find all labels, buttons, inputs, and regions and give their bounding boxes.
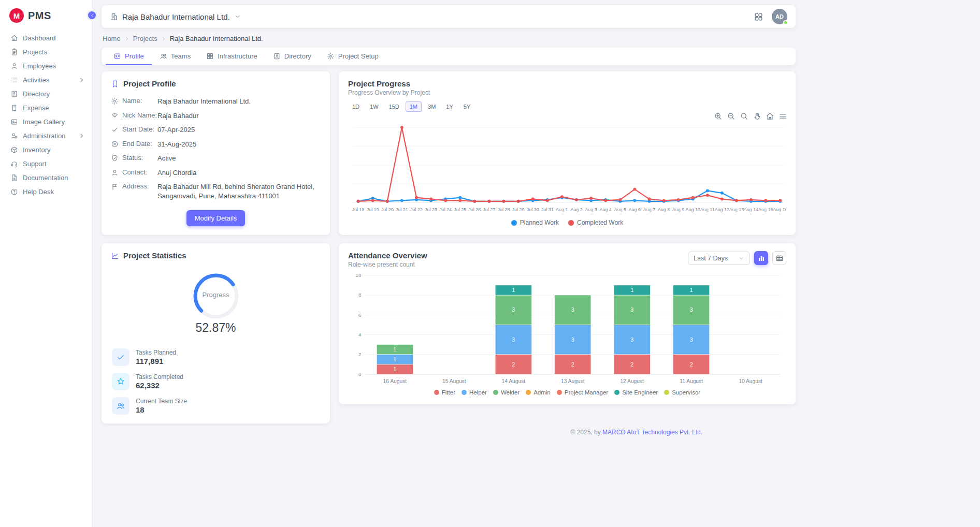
tab-profile[interactable]: Profile xyxy=(106,48,152,65)
sidebar-item-directory[interactable]: Directory xyxy=(0,87,92,101)
svg-text:Aug 6: Aug 6 xyxy=(629,207,641,212)
chevron-right-icon xyxy=(124,36,130,42)
sidebar-item-activities[interactable]: Activities xyxy=(0,73,92,87)
svg-text:Jul 20: Jul 20 xyxy=(381,207,394,212)
table-view-toggle[interactable] xyxy=(772,251,786,265)
stat-team-size: Current Team Size 18 xyxy=(112,397,321,415)
sidebar-item-employees[interactable]: Employees xyxy=(0,59,92,73)
modify-details-button[interactable]: Modify Details xyxy=(186,210,246,226)
date-range-select[interactable]: Last 7 Days xyxy=(688,252,750,265)
range-5y[interactable]: 5Y xyxy=(459,101,474,112)
profile-field-address: Address: Raja Bahadur Mill Rd, behind Sh… xyxy=(111,180,321,203)
sidebar-item-label: Employees xyxy=(23,62,85,70)
svg-text:14 August: 14 August xyxy=(502,378,526,384)
zoom-out-icon[interactable] xyxy=(727,112,736,121)
tab-label: Directory xyxy=(284,52,311,60)
legend-item[interactable]: Project Manager xyxy=(557,389,608,396)
project-progress-chart[interactable]: Jul 18Jul 19Jul 20Jul 21Jul 22Jul 23Jul … xyxy=(348,114,786,217)
sidebar-item-support[interactable]: Support xyxy=(0,157,92,171)
card-title: Project Statistics xyxy=(123,251,186,260)
svg-text:Jul 21: Jul 21 xyxy=(396,207,408,212)
brand-logo-icon[interactable]: M xyxy=(9,8,24,23)
sidebar-item-image-gallery[interactable]: Image Gallery xyxy=(0,115,92,129)
legend-item[interactable]: Welder xyxy=(493,389,520,396)
line-chart-legend: Planned WorkCompleted Work xyxy=(348,219,786,226)
legend-item[interactable]: Site Engineer xyxy=(614,389,658,396)
reset-zoom-icon[interactable] xyxy=(766,112,774,121)
chevron-right-icon xyxy=(78,76,85,84)
address-book-icon xyxy=(10,90,18,98)
legend-item[interactable]: Fitter xyxy=(434,389,455,396)
card-title: Attendance Overview xyxy=(348,251,427,260)
attendance-chart[interactable]: 024681011116 August15 August233114 Augus… xyxy=(348,270,786,387)
sidebar-item-administration[interactable]: Administration xyxy=(0,129,92,143)
sidebar-item-inventory[interactable]: Inventory xyxy=(0,143,92,157)
sidebar-item-documentation[interactable]: Documentation xyxy=(0,171,92,185)
breadcrumb-home[interactable]: Home xyxy=(103,35,121,42)
image-icon xyxy=(10,118,18,126)
sidebar-item-help-desk[interactable]: Help Desk xyxy=(0,185,92,199)
footer-company-link[interactable]: MARCO AIoT Technologies Pvt. Ltd. xyxy=(602,429,702,436)
pan-icon[interactable] xyxy=(753,112,761,121)
legend-item[interactable]: Helper xyxy=(462,389,487,396)
range-3m[interactable]: 3M xyxy=(424,101,440,112)
tab-directory[interactable]: Directory xyxy=(265,48,319,65)
breadcrumb-projects[interactable]: Projects xyxy=(133,35,157,42)
chart-menu-icon[interactable] xyxy=(779,112,787,121)
svg-text:16 August: 16 August xyxy=(383,378,407,384)
sidebar-item-dashboard[interactable]: Dashboard xyxy=(0,31,92,45)
sidebar-collapse-button[interactable] xyxy=(87,10,97,21)
gauge-label: Progress xyxy=(187,291,245,299)
address-book-icon xyxy=(273,52,281,60)
receipt-icon xyxy=(10,104,18,112)
svg-text:0: 0 xyxy=(358,371,362,377)
svg-text:Aug 9: Aug 9 xyxy=(672,207,684,212)
avatar[interactable]: AD xyxy=(772,9,787,24)
project-statistics-card: Project Statistics Progress 52.87% Tasks… xyxy=(102,243,330,423)
sidebar-item-projects[interactable]: Projects xyxy=(0,45,92,59)
svg-text:Jul 28: Jul 28 xyxy=(497,207,510,212)
avatar-initials: AD xyxy=(775,13,784,20)
selection-zoom-icon[interactable] xyxy=(740,112,748,121)
svg-text:Aug 2: Aug 2 xyxy=(570,207,582,212)
legend-item[interactable]: Completed Work xyxy=(568,219,623,226)
svg-text:3: 3 xyxy=(690,306,693,313)
svg-text:Aug 16: Aug 16 xyxy=(773,207,786,212)
sidebar-item-expense[interactable]: Expense xyxy=(0,101,92,115)
company-selector[interactable]: Raja Bahadur International Ltd. xyxy=(122,12,230,21)
tab-teams[interactable]: Teams xyxy=(152,48,198,65)
svg-text:Aug 8: Aug 8 xyxy=(658,207,670,212)
building-icon xyxy=(110,12,118,21)
circle-x-icon xyxy=(111,140,119,148)
legend-item[interactable]: Supervisor xyxy=(664,389,700,396)
range-15d[interactable]: 15D xyxy=(385,101,403,112)
brand-name: PMS xyxy=(28,10,51,22)
range-1y[interactable]: 1Y xyxy=(442,101,457,112)
sidebar-item-label: Dashboard xyxy=(23,34,85,42)
svg-text:Jul 22: Jul 22 xyxy=(410,207,423,212)
apps-grid-icon[interactable] xyxy=(754,12,763,22)
sidebar-item-label: Image Gallery xyxy=(23,118,85,126)
tab-bar: Profile Teams Infrastructure Directory P… xyxy=(102,48,796,65)
legend-item[interactable]: Planned Work xyxy=(511,219,559,226)
chevron-down-icon[interactable] xyxy=(234,13,241,20)
range-1w[interactable]: 1W xyxy=(366,101,383,112)
range-selector: 1D 1W 15D 1M 3M 1Y 5Y xyxy=(348,101,786,112)
profile-field-name: Name: Raja Bahadur International Ltd. xyxy=(111,94,321,109)
tab-project-setup[interactable]: Project Setup xyxy=(319,48,386,65)
gear-icon xyxy=(111,97,119,105)
range-1d[interactable]: 1D xyxy=(348,101,364,112)
svg-text:Aug 11: Aug 11 xyxy=(700,207,715,212)
range-1m[interactable]: 1M xyxy=(406,101,422,112)
project-profile-card: Project Profile Name: Raja Bahadur Inter… xyxy=(102,71,330,235)
tab-infrastructure[interactable]: Infrastructure xyxy=(198,48,265,65)
legend-item[interactable]: Admin xyxy=(526,389,551,396)
right-column: Project Progress Progress Overview by Pr… xyxy=(339,71,796,404)
brand: M PMS xyxy=(0,0,92,31)
bar-view-toggle[interactable] xyxy=(754,251,768,265)
zoom-in-icon[interactable] xyxy=(714,112,723,121)
id-card-icon xyxy=(113,52,121,60)
svg-text:Aug 7: Aug 7 xyxy=(643,207,655,212)
bar-chart-icon xyxy=(757,254,766,262)
svg-text:Jul 26: Jul 26 xyxy=(468,207,481,212)
